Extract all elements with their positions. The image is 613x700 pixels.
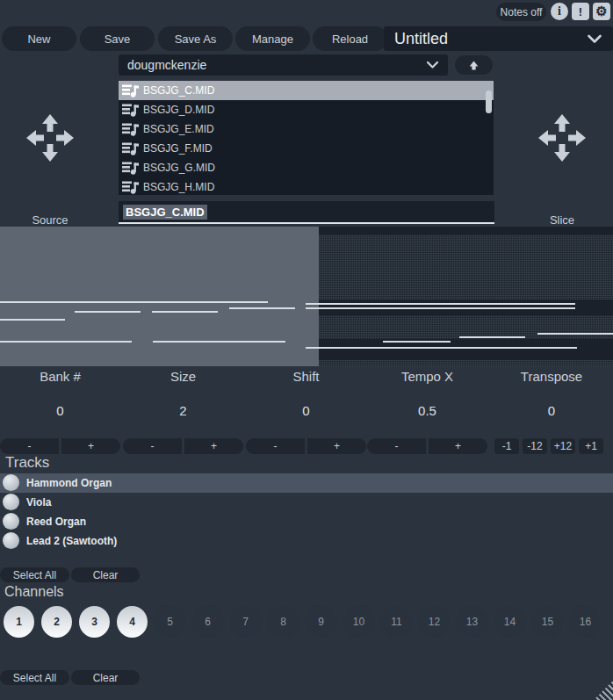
param-label: Shift [246, 369, 366, 384]
display-band [319, 339, 613, 360]
note-segment [229, 307, 295, 309]
params-panel: Bank #0-+Size2-+Shift0-+Tempo X0.5-+Tran… [0, 369, 613, 457]
source-nav-pad[interactable] [22, 110, 78, 166]
file-row[interactable]: BSGJG_F.MID [119, 139, 494, 158]
channel-button[interactable]: 9 [306, 606, 336, 638]
track-row[interactable]: Lead 2 (Sawtooth) [0, 531, 613, 551]
gear-icon[interactable]: ⚙ [593, 3, 610, 20]
param-transpose: Transpose0-1-12+12+1 [490, 369, 613, 457]
save-button[interactable]: Save [80, 26, 155, 51]
param-value: 2 [123, 403, 243, 418]
tracks-select-all-button[interactable]: Select All [0, 567, 69, 582]
slice-nav-pad[interactable] [534, 110, 590, 166]
note-segment [0, 341, 132, 343]
channel-button[interactable]: 15 [532, 606, 563, 638]
param-plus-button[interactable]: + [184, 438, 243, 454]
file-label: BSGJG_E.MID [143, 123, 214, 135]
track-indicator[interactable] [3, 474, 19, 491]
note-segment [383, 341, 451, 343]
transpose-button[interactable]: -1 [494, 438, 519, 454]
track-row[interactable]: Viola [0, 493, 613, 512]
transpose-button[interactable]: +12 [551, 438, 575, 454]
transpose-button[interactable]: +1 [579, 438, 603, 454]
channels-title: Channels [4, 584, 64, 600]
reload-button[interactable]: Reload [313, 26, 387, 51]
file-row[interactable]: BSGJG_E.MID [119, 119, 494, 139]
folder-name: dougmckenzie [127, 58, 206, 72]
channel-button[interactable]: 5 [155, 606, 185, 638]
manage-button[interactable]: Manage [235, 26, 310, 51]
file-label: BSGJG_H.MID [143, 181, 214, 193]
track-row[interactable]: Hammond Organ [0, 473, 613, 493]
channel-button[interactable]: 11 [381, 606, 412, 638]
notes-off-button[interactable]: Notes off [496, 3, 546, 21]
file-label: BSGJG_C.MID [143, 84, 214, 97]
param-value: 0.5 [367, 403, 487, 418]
track-indicator[interactable] [3, 532, 19, 549]
channel-button[interactable]: 4 [117, 606, 148, 638]
param-label: Tempo X [367, 369, 487, 384]
save-as-button[interactable]: Save As [158, 26, 233, 51]
param-plus-button[interactable]: + [61, 438, 120, 454]
midi-file-icon [122, 181, 139, 194]
display-selection-region[interactable] [0, 227, 319, 366]
midi-display[interactable] [0, 227, 613, 366]
track-indicator[interactable] [3, 494, 19, 510]
param-minus-button[interactable]: - [246, 438, 305, 454]
param-label: Size [123, 369, 243, 384]
file-row[interactable]: BSGJG_G.MID [119, 158, 494, 177]
file-row[interactable]: BSGJG_C.MID [119, 81, 494, 100]
channel-button[interactable]: 13 [457, 606, 487, 638]
note-segment [306, 307, 575, 309]
param-value: 0 [0, 403, 120, 418]
param-minus-button[interactable]: - [123, 438, 182, 454]
param-minus-button[interactable]: - [367, 438, 426, 454]
channels-clear-button[interactable]: Clear [71, 670, 140, 685]
param-value: 0 [246, 403, 366, 418]
channel-button[interactable]: 10 [343, 606, 374, 638]
preset-dropdown[interactable]: Untitled [384, 26, 613, 51]
folder-dropdown[interactable]: dougmckenzie [119, 54, 448, 76]
param-plus-button[interactable]: + [307, 438, 366, 454]
transpose-button[interactable]: -12 [523, 438, 547, 454]
track-row[interactable]: Reed Organ [0, 512, 613, 531]
midi-file-icon [122, 142, 139, 155]
file-label: BSGJG_G.MID [143, 162, 215, 174]
track-label: Lead 2 (Sawtooth) [26, 531, 117, 551]
channel-button[interactable]: 1 [4, 606, 34, 638]
note-segment [537, 333, 613, 335]
channels-select-all-button[interactable]: Select All [0, 670, 69, 685]
track-indicator[interactable] [3, 513, 19, 530]
channel-button[interactable]: 3 [79, 606, 110, 638]
folder-up-button[interactable] [455, 55, 493, 75]
tracks-clear-button[interactable]: Clear [71, 567, 140, 582]
preset-name: Untitled [394, 30, 448, 48]
track-label: Hammond Organ [26, 473, 112, 493]
note-segment [306, 347, 577, 349]
filename-input[interactable]: BSGJG_C.MID [119, 201, 494, 224]
scrollbar-thumb[interactable] [486, 90, 492, 113]
param-minus-button[interactable]: - [0, 438, 59, 454]
channel-button[interactable]: 16 [570, 606, 601, 638]
file-row[interactable]: BSGJG_D.MID [119, 100, 494, 119]
file-list[interactable]: BSGJG_C.MIDBSGJG_D.MIDBSGJG_E.MIDBSGJG_F… [119, 81, 494, 195]
channel-button[interactable]: 14 [494, 606, 525, 638]
channel-button[interactable]: 6 [192, 606, 223, 638]
channel-button[interactable]: 12 [419, 606, 450, 638]
param-size: Size2-+ [123, 369, 243, 457]
tracks-list: Hammond OrganViolaReed OrganLead 2 (Sawt… [0, 473, 613, 551]
channel-button[interactable]: 2 [41, 606, 72, 638]
resize-grip[interactable] [594, 681, 613, 700]
file-row[interactable]: BSGJG_H.MID [119, 177, 494, 195]
channel-button[interactable]: 7 [230, 606, 261, 638]
new-button[interactable]: New [2, 26, 76, 51]
channel-button[interactable]: 8 [268, 606, 299, 638]
slice-label: Slice [527, 213, 597, 227]
midi-file-icon [122, 104, 139, 117]
param-label: Bank # [0, 369, 120, 384]
param-value: 0 [490, 403, 613, 418]
info-icon[interactable]: i [551, 3, 568, 20]
param-plus-button[interactable]: + [429, 438, 487, 454]
file-label: BSGJG_D.MID [143, 104, 214, 116]
alert-icon[interactable]: ! [572, 3, 589, 20]
